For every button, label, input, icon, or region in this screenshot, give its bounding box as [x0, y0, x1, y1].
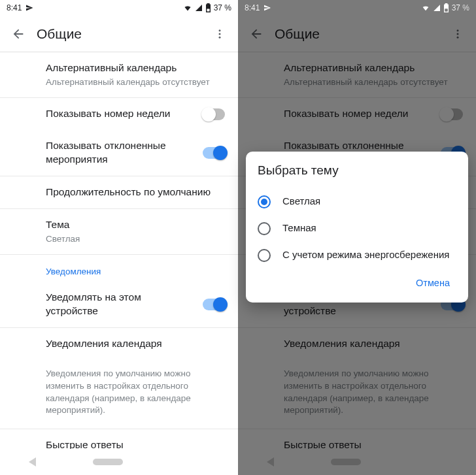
theme-option-dark[interactable]: Темная	[258, 215, 456, 242]
section-notifications-label: Уведомления	[0, 255, 238, 282]
send-icon	[26, 4, 33, 12]
battery-icon	[443, 3, 449, 12]
screenshot-left: 8:41 37 % Общие Альтернативный календарь…	[0, 0, 238, 475]
setting-default-duration[interactable]: Продолжительность по умолчанию	[0, 176, 238, 208]
svg-point-0	[219, 29, 221, 31]
overflow-menu-button[interactable]	[207, 21, 233, 47]
wifi-icon	[183, 4, 192, 12]
svg-point-2	[219, 36, 221, 38]
status-time: 8:41	[7, 3, 22, 12]
status-battery: 37 %	[452, 3, 469, 12]
setting-subtitle: Светлая	[46, 233, 225, 245]
setting-subtitle: Альтернативный календарь отсутствует	[46, 76, 225, 88]
nav-home-button[interactable]	[93, 459, 123, 465]
system-nav-bar	[0, 449, 238, 475]
setting-title: Показывать номер недели	[46, 107, 225, 121]
declined-events-toggle[interactable]	[203, 147, 225, 159]
battery-icon	[205, 3, 211, 12]
setting-title: Уведомлять на этом устройстве	[46, 291, 225, 318]
setting-title: Альтернативный календарь	[46, 61, 225, 75]
radio-icon	[258, 195, 271, 208]
signal-icon	[195, 4, 203, 12]
svg-point-1	[219, 33, 221, 35]
more-vert-icon	[214, 28, 226, 40]
signal-icon	[433, 4, 441, 12]
arrow-back-icon	[11, 27, 26, 41]
radio-icon	[258, 249, 271, 262]
setting-notify-device[interactable]: Уведомлять на этом устройстве	[0, 282, 238, 327]
setting-calendar-notifications[interactable]: Уведомления календаря	[0, 328, 238, 360]
setting-theme[interactable]: Тема Светлая	[0, 209, 238, 254]
setting-title: Продолжительность по умолчанию	[46, 186, 225, 199]
notifications-note: Уведомления по умолчанию можно изменить …	[0, 360, 238, 429]
option-label: Темная	[282, 221, 316, 235]
setting-show-declined[interactable]: Показывать отклоненные мероприятия	[0, 130, 238, 176]
dialog-title: Выбрать тему	[258, 163, 456, 178]
theme-dialog: Выбрать тему Светлая Темная С учетом реж…	[246, 152, 468, 303]
theme-option-light[interactable]: Светлая	[258, 188, 456, 215]
send-icon	[264, 4, 271, 12]
back-button[interactable]	[5, 21, 31, 47]
settings-list: Альтернативный календарь Альтернативный …	[0, 52, 238, 449]
week-number-toggle[interactable]	[203, 108, 225, 120]
wifi-icon	[421, 4, 430, 12]
cancel-button[interactable]: Отмена	[409, 272, 456, 293]
screenshot-right: 8:41 37 % Общие Альтернативный календарь…	[238, 0, 476, 475]
nav-back-button[interactable]	[29, 457, 36, 467]
setting-quick-responses[interactable]: Быстрые ответы	[0, 429, 238, 449]
page-title: Общие	[37, 26, 207, 42]
app-bar: Общие	[0, 16, 238, 52]
setting-title: Показывать отклоненные мероприятия	[46, 139, 225, 167]
setting-alt-calendar[interactable]: Альтернативный календарь Альтернативный …	[0, 52, 238, 97]
setting-title: Уведомления календаря	[46, 337, 225, 351]
status-bar: 8:41 37 %	[0, 0, 238, 16]
status-time: 8:41	[245, 3, 260, 12]
notify-device-toggle[interactable]	[203, 299, 225, 310]
radio-icon	[258, 222, 271, 235]
status-bar-overlay: 8:41 37 %	[238, 0, 476, 16]
status-battery: 37 %	[214, 3, 231, 12]
setting-week-number[interactable]: Показывать номер недели	[0, 98, 238, 130]
option-label: Светлая	[282, 195, 320, 208]
theme-option-battery-saver[interactable]: С учетом режима энергосбережения	[258, 242, 456, 269]
option-label: С учетом режима энергосбережения	[282, 248, 449, 261]
setting-title: Тема	[46, 218, 225, 232]
setting-title: Быстрые ответы	[46, 438, 225, 449]
